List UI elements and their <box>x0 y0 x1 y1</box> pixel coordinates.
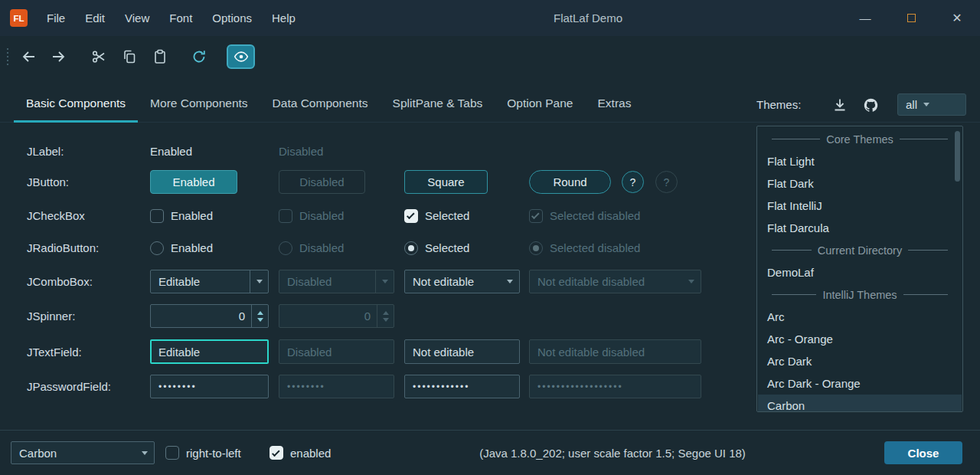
theme-item-flat-light[interactable]: Flat Light <box>758 150 962 172</box>
theme-item-arc-orange[interactable]: Arc - Orange <box>758 328 962 350</box>
window-close-button[interactable]: ✕ <box>934 0 980 36</box>
theme-item-carbon[interactable]: Carbon <box>758 395 962 412</box>
jradiobutton-enabled[interactable]: Enabled <box>150 241 213 255</box>
right-to-left-checkbox[interactable]: right-to-left <box>165 446 241 460</box>
jspinner-row-label: JSpinner: <box>27 304 75 328</box>
theme-item-flat-intellij[interactable]: Flat IntelliJ <box>758 195 962 217</box>
jcheckbox-disabled: Disabled <box>279 209 344 223</box>
chevron-down-icon[interactable] <box>501 270 519 293</box>
themes-list-panel: Core ThemesFlat LightFlat DarkFlat Intel… <box>756 126 963 412</box>
minimize-button[interactable]: — <box>842 0 888 36</box>
statusbar: Carbon right-to-left enabled (Java 1.8.0… <box>0 430 980 475</box>
theme-item-arc-dark[interactable]: Arc Dark <box>758 350 962 372</box>
theme-item-arc[interactable]: Arc <box>758 306 962 328</box>
jcheckbox-selected[interactable]: Selected <box>404 209 469 223</box>
tabs: Basic ComponentsMore ComponentsData Comp… <box>14 86 643 123</box>
back-button[interactable] <box>15 44 41 69</box>
jbutton-square[interactable]: Square <box>404 170 488 194</box>
theme-section-header: Core Themes <box>758 128 962 150</box>
tab-basic-components[interactable]: Basic Components <box>14 86 138 123</box>
chevron-down-icon <box>682 270 701 293</box>
theme-item-demolaf[interactable]: DemoLaf <box>758 261 962 283</box>
theme-section-header: Current Directory <box>758 239 962 261</box>
maximize-button[interactable] <box>888 0 934 36</box>
paste-button[interactable] <box>147 44 173 69</box>
menu-font[interactable]: Font <box>159 11 202 25</box>
jpasswordfield-editable[interactable]: •••••••• <box>150 375 269 398</box>
paste-icon <box>152 49 168 64</box>
menubar: FileEditViewFontOptionsHelp <box>37 0 305 36</box>
download-icon <box>832 97 848 113</box>
app-window: FL FileEditViewFontOptionsHelp FlatLaf D… <box>0 0 980 475</box>
menu-file[interactable]: File <box>37 11 75 25</box>
jcombobox-editable[interactable]: Editable <box>150 270 269 293</box>
jradiobutton-row-label: JRadioButton: <box>27 237 99 259</box>
tab-option-pane[interactable]: Option Pane <box>495 86 585 123</box>
github-button[interactable] <box>859 93 882 116</box>
spinner-arrows-icon[interactable] <box>251 305 268 327</box>
theme-filter-combobox[interactable]: all <box>897 93 966 116</box>
close-button[interactable]: Close <box>884 441 962 464</box>
radio-icon <box>150 241 164 255</box>
jradiobutton-selected[interactable]: Selected <box>404 241 469 255</box>
jcheckbox-enabled[interactable]: Enabled <box>150 209 213 223</box>
jpasswordfield-not-editable-disabled: •••••••••••••••••• <box>529 375 701 398</box>
row-jlabel: JLabel: Enabled Disabled <box>0 139 739 162</box>
row-jtextfield: JTextField: Editable Disabled Not editab… <box>0 339 739 364</box>
radio-selected-icon <box>404 241 418 255</box>
jtextfield-editable[interactable]: Editable <box>150 339 269 364</box>
tab-data-components[interactable]: Data Components <box>260 86 381 123</box>
row-jcheckbox: JCheckBox Enabled Disabled Selected Sele… <box>0 205 739 227</box>
menu-options[interactable]: Options <box>202 11 262 25</box>
jtextfield-disabled: Disabled <box>279 339 394 364</box>
jlabel-disabled: Disabled <box>279 145 323 158</box>
tab-extras[interactable]: Extras <box>586 86 644 123</box>
scrollbar-thumb[interactable] <box>955 131 960 182</box>
jbutton-round[interactable]: Round <box>529 170 611 194</box>
theme-list: Core ThemesFlat LightFlat DarkFlat Intel… <box>758 128 962 412</box>
jtextfield-not-editable[interactable]: Not editable <box>404 339 520 364</box>
refresh-button[interactable] <box>186 44 212 69</box>
jtextfield-not-editable-disabled: Not editable disabled <box>529 339 701 364</box>
tab-bar: Basic ComponentsMore ComponentsData Comp… <box>0 86 980 123</box>
jcombobox-not-editable[interactable]: Not editable <box>404 270 520 293</box>
tab-splitpane-tabs[interactable]: SplitPane & Tabs <box>381 86 495 123</box>
menu-help[interactable]: Help <box>262 11 305 25</box>
tab-more-components[interactable]: More Components <box>138 86 260 123</box>
enabled-checkbox[interactable]: enabled <box>270 446 331 460</box>
theme-item-flat-darcula[interactable]: Flat Darcula <box>758 217 962 239</box>
jpasswordfield-not-editable[interactable]: •••••••••••• <box>404 375 520 398</box>
copy-button[interactable] <box>116 44 142 69</box>
jbutton-enabled[interactable]: Enabled <box>150 170 237 194</box>
chevron-down-icon[interactable] <box>250 270 268 293</box>
chevron-down-icon[interactable] <box>136 442 154 464</box>
jbutton-help[interactable]: ? <box>622 171 644 193</box>
menu-edit[interactable]: Edit <box>75 11 115 25</box>
menu-view[interactable]: View <box>115 11 159 25</box>
checkbox-checked-icon <box>404 209 418 223</box>
jlabel-row-label: JLabel: <box>27 139 64 162</box>
jbutton-help-disabled: ? <box>655 171 678 193</box>
toolbar-grip[interactable] <box>7 48 8 65</box>
row-jspinner: JSpinner: 0 0 <box>0 304 739 328</box>
theme-item-arc-dark-orange[interactable]: Arc Dark - Orange <box>758 372 962 395</box>
theme-filter-value: all <box>906 98 917 111</box>
jspinner-enabled[interactable]: 0 <box>150 304 269 328</box>
radio-icon <box>279 241 292 255</box>
environment-info: (Java 1.8.0_202; user scale factor 1.5; … <box>398 431 827 475</box>
window-controls: — ✕ <box>842 0 980 36</box>
cut-button[interactable] <box>86 44 112 69</box>
forward-button[interactable] <box>46 44 72 69</box>
checkbox-icon <box>150 209 164 223</box>
titlebar: FL FileEditViewFontOptionsHelp FlatLaf D… <box>0 0 980 36</box>
show-hidden-toggle-button[interactable] <box>227 44 255 69</box>
jradiobutton-selected-disabled: Selected disabled <box>529 241 640 255</box>
download-themes-button[interactable] <box>828 93 851 116</box>
jtextfield-row-label: JTextField: <box>27 339 82 364</box>
maximize-icon <box>907 14 916 22</box>
theme-item-flat-dark[interactable]: Flat Dark <box>758 172 962 195</box>
jspinner-disabled: 0 <box>279 304 394 328</box>
chevron-down-icon <box>917 94 936 115</box>
lookandfeel-combobox[interactable]: Carbon <box>11 441 155 464</box>
checkbox-checked-icon <box>270 446 283 460</box>
